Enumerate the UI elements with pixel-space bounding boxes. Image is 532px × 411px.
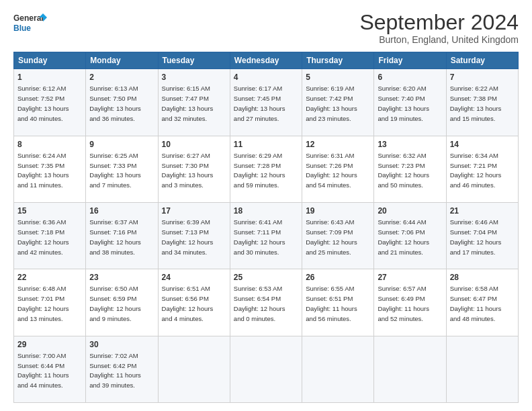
- day-number: 1: [17, 72, 82, 83]
- day-cell: 29Sunrise: 7:00 AM Sunset: 6:44 PM Dayli…: [14, 336, 86, 402]
- day-number: 23: [89, 272, 154, 283]
- day-number: 12: [306, 139, 370, 150]
- day-info: Sunrise: 6:32 AM Sunset: 7:23 PM Dayligh…: [378, 152, 429, 189]
- day-info: Sunrise: 6:24 AM Sunset: 7:35 PM Dayligh…: [17, 152, 69, 189]
- day-cell: [374, 336, 446, 402]
- day-number: 11: [234, 139, 298, 150]
- header-cell-wednesday: Wednesday: [230, 52, 302, 69]
- day-cell: 10Sunrise: 6:27 AM Sunset: 7:30 PM Dayli…: [158, 136, 230, 202]
- week-row-4: 22Sunrise: 6:48 AM Sunset: 7:01 PM Dayli…: [14, 269, 519, 336]
- day-info: Sunrise: 6:19 AM Sunset: 7:42 PM Dayligh…: [306, 85, 357, 122]
- day-number: 29: [17, 339, 82, 350]
- header: General Blue September 2024 Burton, Engl…: [13, 11, 519, 45]
- day-number: 30: [89, 339, 154, 350]
- day-cell: [446, 336, 518, 402]
- day-number: 18: [234, 205, 298, 216]
- day-info: Sunrise: 6:43 AM Sunset: 7:09 PM Dayligh…: [306, 218, 357, 255]
- day-number: 19: [306, 205, 370, 216]
- day-number: 25: [234, 272, 298, 283]
- week-row-3: 15Sunrise: 6:36 AM Sunset: 7:18 PM Dayli…: [14, 202, 519, 269]
- day-number: 26: [306, 272, 370, 283]
- day-number: 5: [306, 72, 370, 83]
- day-cell: 19Sunrise: 6:43 AM Sunset: 7:09 PM Dayli…: [302, 202, 374, 269]
- day-number: 15: [17, 205, 82, 216]
- day-cell: 28Sunrise: 6:58 AM Sunset: 6:47 PM Dayli…: [446, 269, 518, 336]
- day-cell: 26Sunrise: 6:55 AM Sunset: 6:51 PM Dayli…: [302, 269, 374, 336]
- day-number: 20: [378, 205, 442, 216]
- day-cell: 25Sunrise: 6:53 AM Sunset: 6:54 PM Dayli…: [230, 269, 302, 336]
- day-number: 2: [89, 72, 154, 83]
- day-cell: 4Sunrise: 6:17 AM Sunset: 7:45 PM Daylig…: [230, 69, 302, 136]
- day-cell: 16Sunrise: 6:37 AM Sunset: 7:16 PM Dayli…: [86, 202, 158, 269]
- day-number: 28: [450, 272, 515, 283]
- day-info: Sunrise: 6:53 AM Sunset: 6:54 PM Dayligh…: [234, 285, 285, 322]
- day-info: Sunrise: 6:22 AM Sunset: 7:38 PM Dayligh…: [450, 85, 502, 122]
- week-row-2: 8Sunrise: 6:24 AM Sunset: 7:35 PM Daylig…: [14, 136, 519, 202]
- day-cell: 30Sunrise: 7:02 AM Sunset: 6:42 PM Dayli…: [86, 336, 158, 402]
- day-info: Sunrise: 7:00 AM Sunset: 6:44 PM Dayligh…: [17, 352, 69, 389]
- day-number: 9: [89, 139, 154, 150]
- day-info: Sunrise: 7:02 AM Sunset: 6:42 PM Dayligh…: [89, 352, 141, 389]
- day-info: Sunrise: 6:44 AM Sunset: 7:06 PM Dayligh…: [378, 218, 429, 255]
- header-cell-saturday: Saturday: [446, 52, 518, 69]
- day-info: Sunrise: 6:27 AM Sunset: 7:30 PM Dayligh…: [162, 152, 214, 189]
- header-row: SundayMondayTuesdayWednesdayThursdayFrid…: [14, 52, 519, 69]
- day-cell: 15Sunrise: 6:36 AM Sunset: 7:18 PM Dayli…: [14, 202, 86, 269]
- day-number: 22: [17, 272, 82, 283]
- day-number: 24: [162, 272, 226, 283]
- day-cell: 3Sunrise: 6:15 AM Sunset: 7:47 PM Daylig…: [158, 69, 230, 136]
- day-info: Sunrise: 6:29 AM Sunset: 7:28 PM Dayligh…: [234, 152, 285, 189]
- day-number: 10: [162, 139, 226, 150]
- day-info: Sunrise: 6:51 AM Sunset: 6:56 PM Dayligh…: [162, 285, 214, 322]
- day-cell: 11Sunrise: 6:29 AM Sunset: 7:28 PM Dayli…: [230, 136, 302, 202]
- day-number: 7: [450, 72, 515, 83]
- day-cell: 18Sunrise: 6:41 AM Sunset: 7:11 PM Dayli…: [230, 202, 302, 269]
- day-info: Sunrise: 6:34 AM Sunset: 7:21 PM Dayligh…: [450, 152, 502, 189]
- day-cell: 1Sunrise: 6:12 AM Sunset: 7:52 PM Daylig…: [14, 69, 86, 136]
- day-number: 14: [450, 139, 515, 150]
- day-cell: 2Sunrise: 6:13 AM Sunset: 7:50 PM Daylig…: [86, 69, 158, 136]
- day-info: Sunrise: 6:31 AM Sunset: 7:26 PM Dayligh…: [306, 152, 357, 189]
- day-info: Sunrise: 6:39 AM Sunset: 7:13 PM Dayligh…: [162, 218, 214, 255]
- day-info: Sunrise: 6:50 AM Sunset: 6:59 PM Dayligh…: [89, 285, 141, 322]
- day-info: Sunrise: 6:55 AM Sunset: 6:51 PM Dayligh…: [306, 285, 357, 322]
- day-info: Sunrise: 6:37 AM Sunset: 7:16 PM Dayligh…: [89, 218, 141, 255]
- day-cell: 8Sunrise: 6:24 AM Sunset: 7:35 PM Daylig…: [14, 136, 86, 202]
- day-number: 16: [89, 205, 154, 216]
- logo: General Blue: [13, 11, 47, 38]
- header-cell-thursday: Thursday: [302, 52, 374, 69]
- day-number: 13: [378, 139, 442, 150]
- svg-text:General: General: [13, 13, 44, 23]
- day-cell: [158, 336, 230, 402]
- day-info: Sunrise: 6:20 AM Sunset: 7:40 PM Dayligh…: [378, 85, 429, 122]
- day-cell: 12Sunrise: 6:31 AM Sunset: 7:26 PM Dayli…: [302, 136, 374, 202]
- day-cell: 23Sunrise: 6:50 AM Sunset: 6:59 PM Dayli…: [86, 269, 158, 336]
- day-cell: 27Sunrise: 6:57 AM Sunset: 6:49 PM Dayli…: [374, 269, 446, 336]
- day-info: Sunrise: 6:48 AM Sunset: 7:01 PM Dayligh…: [17, 285, 69, 322]
- header-cell-tuesday: Tuesday: [158, 52, 230, 69]
- week-row-5: 29Sunrise: 7:00 AM Sunset: 6:44 PM Dayli…: [14, 336, 519, 402]
- header-cell-monday: Monday: [86, 52, 158, 69]
- day-info: Sunrise: 6:36 AM Sunset: 7:18 PM Dayligh…: [17, 218, 69, 255]
- day-info: Sunrise: 6:15 AM Sunset: 7:47 PM Dayligh…: [162, 85, 214, 122]
- header-cell-sunday: Sunday: [14, 52, 86, 69]
- day-cell: 13Sunrise: 6:32 AM Sunset: 7:23 PM Dayli…: [374, 136, 446, 202]
- day-cell: 20Sunrise: 6:44 AM Sunset: 7:06 PM Dayli…: [374, 202, 446, 269]
- week-row-1: 1Sunrise: 6:12 AM Sunset: 7:52 PM Daylig…: [14, 69, 519, 136]
- title-area: September 2024 Burton, England, United K…: [359, 11, 519, 45]
- day-number: 17: [162, 205, 226, 216]
- day-cell: 14Sunrise: 6:34 AM Sunset: 7:21 PM Dayli…: [446, 136, 518, 202]
- calendar: SundayMondayTuesdayWednesdayThursdayFrid…: [13, 52, 519, 403]
- day-cell: 22Sunrise: 6:48 AM Sunset: 7:01 PM Dayli…: [14, 269, 86, 336]
- day-info: Sunrise: 6:12 AM Sunset: 7:52 PM Dayligh…: [17, 85, 69, 122]
- day-cell: 17Sunrise: 6:39 AM Sunset: 7:13 PM Dayli…: [158, 202, 230, 269]
- day-info: Sunrise: 6:58 AM Sunset: 6:47 PM Dayligh…: [450, 285, 502, 322]
- day-cell: 6Sunrise: 6:20 AM Sunset: 7:40 PM Daylig…: [374, 69, 446, 136]
- day-number: 6: [378, 72, 442, 83]
- day-info: Sunrise: 6:41 AM Sunset: 7:11 PM Dayligh…: [234, 218, 285, 255]
- day-info: Sunrise: 6:46 AM Sunset: 7:04 PM Dayligh…: [450, 218, 502, 255]
- day-info: Sunrise: 6:57 AM Sunset: 6:49 PM Dayligh…: [378, 285, 429, 322]
- day-number: 21: [450, 205, 515, 216]
- day-cell: [302, 336, 374, 402]
- main-title: September 2024: [359, 11, 519, 34]
